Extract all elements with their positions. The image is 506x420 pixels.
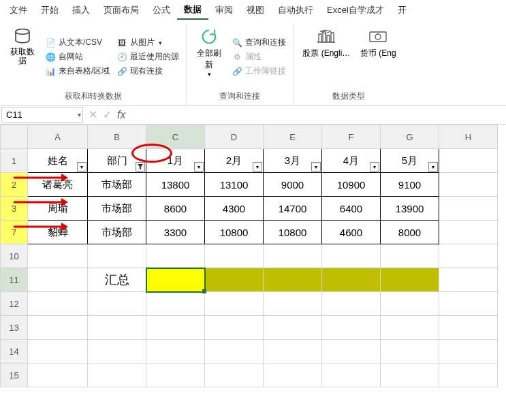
cell-F14[interactable] (322, 340, 381, 364)
filter-button-6[interactable]: ▾ (428, 162, 438, 172)
filter-button-2[interactable]: ▾ (194, 162, 204, 172)
cell-E13[interactable] (264, 316, 322, 340)
cell-B11[interactable]: 汇总 (88, 268, 146, 292)
filter-button-5[interactable]: ▾ (370, 162, 379, 172)
row-header-10[interactable]: 10 (1, 244, 28, 268)
table-cell-2-5[interactable]: 10900 (322, 173, 381, 197)
cell-E12[interactable] (264, 292, 322, 316)
cell-D12[interactable] (205, 292, 264, 316)
table-cell-3-2[interactable]: 8600 (146, 197, 205, 221)
cell-C12[interactable] (146, 292, 205, 316)
cell-B10[interactable] (88, 244, 146, 268)
cell-F10[interactable] (322, 244, 381, 268)
from-csv-button[interactable]: 📄从文本/CSV (44, 36, 111, 49)
table-cell-2-3[interactable]: 13100 (205, 173, 264, 197)
filter-button-4[interactable]: ▾ (311, 162, 321, 172)
cell-C15[interactable] (146, 364, 205, 387)
menu-pagelayout[interactable]: 页面布局 (97, 1, 146, 19)
cell-C10[interactable] (146, 244, 205, 268)
cell-C13[interactable] (146, 316, 205, 340)
cell-H13[interactable] (439, 316, 498, 340)
row-header-13[interactable]: 13 (1, 316, 28, 340)
menu-data[interactable]: 数据 (177, 1, 208, 20)
col-header-A[interactable]: A (28, 125, 88, 149)
cell-H12[interactable] (439, 292, 498, 316)
filter-button-0[interactable]: ▾ (77, 162, 86, 172)
cell-C11[interactable] (146, 268, 205, 292)
table-cell-3-0[interactable]: 周瑜 (28, 197, 88, 221)
cell-D13[interactable] (205, 316, 264, 340)
cell-G13[interactable] (381, 316, 439, 340)
menu-automate[interactable]: 自动执行 (271, 1, 320, 19)
table-header-0[interactable]: 姓名▾ (28, 149, 88, 173)
stock-type-button[interactable]: 股票 (Engli… (299, 25, 353, 89)
table-cell-2-1[interactable]: 市场部 (88, 173, 146, 197)
cell-C14[interactable] (146, 340, 205, 364)
row-header-7[interactable]: 7 (1, 221, 28, 244)
col-header-E[interactable]: E (264, 125, 322, 149)
chevron-down-icon[interactable]: ▾ (78, 111, 81, 118)
cell-B12[interactable] (88, 292, 146, 316)
table-header-4[interactable]: 3月▾ (264, 149, 322, 173)
table-header-6[interactable]: 5月▾ (381, 149, 439, 173)
queries-connections-button[interactable]: 🔍查询和连接 (230, 36, 287, 49)
table-cell-7-2[interactable]: 3300 (146, 221, 205, 244)
cell-D14[interactable] (205, 340, 264, 364)
col-header-F[interactable]: F (322, 125, 381, 149)
from-web-button[interactable]: 🌐自网站 (44, 50, 111, 63)
row-header-14[interactable]: 14 (1, 340, 28, 364)
filter-button-3[interactable]: ▾ (253, 162, 262, 172)
cell-B14[interactable] (88, 340, 146, 364)
cell-G15[interactable] (381, 364, 439, 387)
row-header-1[interactable]: 1 (1, 149, 28, 173)
cell-B13[interactable] (88, 316, 146, 340)
cell-A10[interactable] (28, 244, 88, 268)
cell-D11[interactable] (205, 268, 264, 292)
table-cell-2-2[interactable]: 13800 (146, 173, 205, 197)
cell-F13[interactable] (322, 316, 381, 340)
table-cell-2-6[interactable]: 9100 (381, 173, 439, 197)
select-all-corner[interactable] (1, 125, 28, 149)
cell-H10[interactable] (439, 244, 498, 268)
row-header-2[interactable]: 2 (1, 173, 28, 197)
cell-H14[interactable] (439, 340, 498, 364)
cell-G12[interactable] (381, 292, 439, 316)
table-cell-7-4[interactable]: 10800 (264, 221, 322, 244)
table-header-5[interactable]: 4月▾ (322, 149, 381, 173)
cell-D10[interactable] (205, 244, 264, 268)
refresh-all-button[interactable]: 全部刷新 ▾ (192, 25, 226, 89)
menu-formulas[interactable]: 公式 (146, 1, 177, 19)
cell-E11[interactable] (264, 268, 322, 292)
table-cell-3-3[interactable]: 4300 (205, 197, 264, 221)
table-cell-3-6[interactable]: 13900 (381, 197, 439, 221)
col-header-B[interactable]: B (88, 125, 146, 149)
menu-custom[interactable]: Excel自学成才 (320, 1, 391, 19)
row-header-11[interactable]: 11 (1, 268, 28, 292)
cell-F15[interactable] (322, 364, 381, 387)
cell-E15[interactable] (264, 364, 322, 387)
cell-G14[interactable] (381, 340, 439, 364)
table-cell-7-5[interactable]: 4600 (322, 221, 381, 244)
get-data-button[interactable]: 获取数 据 (5, 25, 39, 89)
cell-E14[interactable] (264, 340, 322, 364)
menu-home[interactable]: 开始 (34, 1, 65, 19)
table-cell-7-6[interactable]: 8000 (381, 221, 439, 244)
filter-button-1[interactable] (136, 162, 145, 172)
cell-A14[interactable] (28, 340, 88, 364)
menu-view[interactable]: 视图 (240, 1, 271, 19)
table-cell-3-1[interactable]: 市场部 (88, 197, 146, 221)
cell-H11[interactable] (439, 268, 498, 292)
cell-G10[interactable] (381, 244, 439, 268)
table-cell-7-0[interactable]: 貂蝉 (28, 221, 88, 244)
cell-H15[interactable] (439, 364, 498, 387)
table-header-1[interactable]: 部门 (88, 149, 146, 173)
menu-file[interactable]: 文件 (3, 1, 34, 19)
menu-review[interactable]: 审阅 (208, 1, 240, 19)
table-cell-2-4[interactable]: 9000 (264, 173, 322, 197)
row-header-12[interactable]: 12 (1, 292, 28, 316)
cell-A11[interactable] (28, 268, 88, 292)
cell-B15[interactable] (88, 364, 146, 387)
table-header-2[interactable]: 1月▾ (146, 149, 205, 173)
cell-D15[interactable] (205, 364, 264, 387)
menu-truncated[interactable]: 开 (391, 1, 413, 19)
